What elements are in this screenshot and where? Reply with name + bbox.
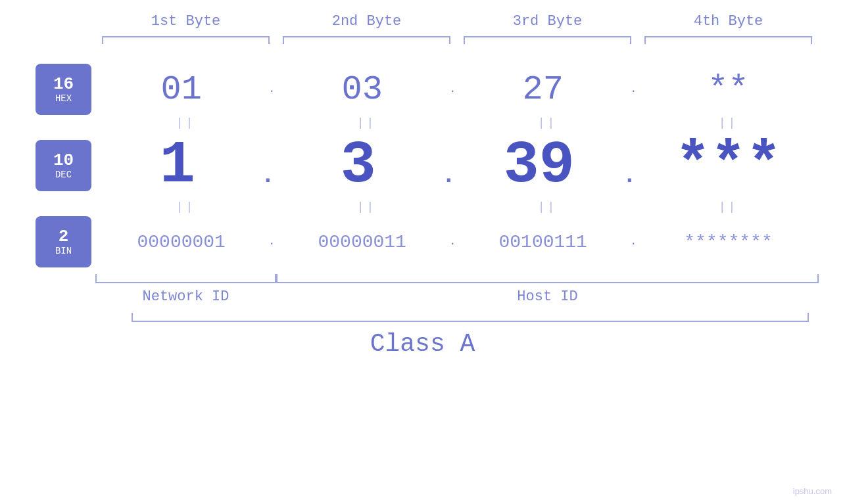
equals-row-2: || || || || bbox=[0, 200, 845, 214]
eq1-b4: || bbox=[638, 116, 819, 129]
dec-b4-block: *** bbox=[638, 132, 819, 199]
bin-b1-value: 00000001 bbox=[95, 232, 267, 252]
dec-badge-num: 10 bbox=[53, 151, 74, 170]
byte4-header: 4th Byte bbox=[638, 13, 819, 30]
bin-dot2: . bbox=[449, 236, 456, 248]
dec-b3-value: 39 bbox=[457, 132, 621, 199]
bin-b2-block: 00000011 . bbox=[276, 232, 457, 252]
eq2-b3: || bbox=[457, 200, 638, 214]
class-label: Class A bbox=[0, 330, 845, 358]
eq2-b4: || bbox=[638, 200, 819, 214]
bin-b3-value: 00100111 bbox=[457, 232, 629, 252]
bin-data-cols: 00000001 . 00000011 . 00100111 . *******… bbox=[95, 232, 845, 252]
dec-dot1: . bbox=[260, 162, 275, 189]
hex-b4-block: ** bbox=[638, 70, 819, 109]
hex-dot3: . bbox=[630, 83, 637, 95]
eq2-b2: || bbox=[276, 200, 457, 214]
network-bracket bbox=[95, 274, 276, 283]
network-id-label: Network ID bbox=[95, 288, 276, 305]
dec-b2-value: 3 bbox=[276, 132, 440, 199]
hex-badge-num: 16 bbox=[53, 75, 74, 94]
hex-dot2: . bbox=[449, 83, 456, 95]
watermark: ipshu.com bbox=[793, 486, 832, 496]
hex-b1-block: 01 . bbox=[95, 70, 276, 109]
hex-dot1: . bbox=[268, 83, 275, 95]
bracket-3 bbox=[457, 36, 638, 44]
dec-b3-block: 39 . bbox=[457, 132, 638, 199]
full-bracket bbox=[132, 313, 809, 322]
bottom-bracket-container bbox=[95, 274, 845, 283]
dec-badge: 10 DEC bbox=[36, 140, 91, 191]
hex-b2-block: 03 . bbox=[276, 70, 457, 109]
eq1-b2: || bbox=[276, 116, 457, 129]
bin-b1-block: 00000001 . bbox=[95, 232, 276, 252]
host-bracket bbox=[276, 274, 819, 283]
dec-badge-label: DEC bbox=[55, 170, 72, 180]
bin-badge-col: 2 BIN bbox=[0, 216, 95, 267]
hex-badge-label: HEX bbox=[55, 93, 72, 104]
bin-b3-block: 00100111 . bbox=[457, 232, 638, 252]
bracket-4 bbox=[638, 36, 819, 44]
bin-b2-value: 00000011 bbox=[276, 232, 448, 252]
hex-badge: 16 HEX bbox=[36, 64, 91, 115]
hex-b1-value: 01 bbox=[95, 70, 267, 109]
byte2-header: 2nd Byte bbox=[276, 13, 457, 30]
dec-b1-block: 1 . bbox=[95, 132, 276, 199]
bin-b4-block: ******** bbox=[638, 232, 819, 252]
byte3-header: 3rd Byte bbox=[457, 13, 638, 30]
dec-b4-value: *** bbox=[638, 132, 819, 199]
top-bracket-row bbox=[95, 36, 845, 44]
bracket-1 bbox=[95, 36, 276, 44]
main-container: 1st Byte 2nd Byte 3rd Byte 4th Byte 16 H… bbox=[0, 0, 845, 504]
dec-dot3: . bbox=[622, 162, 637, 189]
eq1-b1: || bbox=[95, 116, 276, 129]
dec-b1-value: 1 bbox=[95, 132, 259, 199]
hex-badge-col: 16 HEX bbox=[0, 64, 95, 115]
bin-badge: 2 BIN bbox=[36, 216, 91, 267]
id-labels: Network ID Host ID bbox=[95, 288, 845, 305]
bin-badge-label: BIN bbox=[55, 246, 72, 256]
eq1-b3: || bbox=[457, 116, 638, 129]
hex-b4-value: ** bbox=[638, 70, 819, 109]
host-id-label: Host ID bbox=[276, 288, 819, 305]
bin-row: 2 BIN 00000001 . 00000011 . 00100111 . *… bbox=[0, 216, 845, 267]
hex-b2-value: 03 bbox=[276, 70, 448, 109]
bin-dot1: . bbox=[268, 236, 275, 248]
bin-badge-num: 2 bbox=[59, 227, 69, 246]
bin-dot3: . bbox=[630, 236, 637, 248]
bracket-2 bbox=[276, 36, 457, 44]
eq2-b1: || bbox=[95, 200, 276, 214]
hex-data-cols: 01 . 03 . 27 . ** bbox=[95, 70, 845, 109]
dec-data-cols: 1 . 3 . 39 . *** bbox=[95, 132, 845, 199]
hex-b3-value: 27 bbox=[457, 70, 629, 109]
dec-b2-block: 3 . bbox=[276, 132, 457, 199]
hex-row: 16 HEX 01 . 03 . 27 . ** bbox=[0, 64, 845, 115]
dec-dot2: . bbox=[441, 162, 456, 189]
dec-badge-col: 10 DEC bbox=[0, 140, 95, 191]
equals-row-1: || || || || bbox=[0, 116, 845, 129]
hex-b3-block: 27 . bbox=[457, 70, 638, 109]
byte1-header: 1st Byte bbox=[95, 13, 276, 30]
bin-b4-value: ******** bbox=[638, 232, 819, 252]
byte-headers: 1st Byte 2nd Byte 3rd Byte 4th Byte bbox=[95, 0, 845, 36]
dec-row: 10 DEC 1 . 3 . 39 . *** bbox=[0, 132, 845, 199]
